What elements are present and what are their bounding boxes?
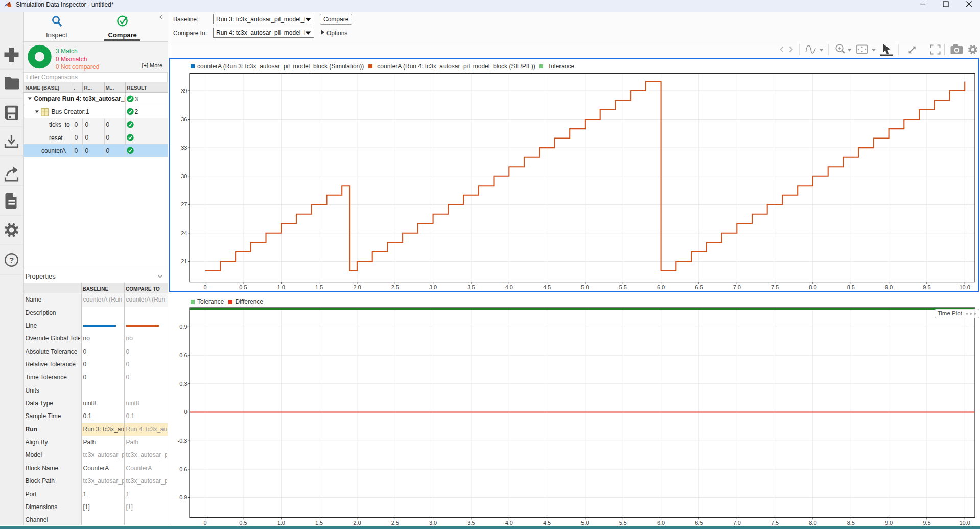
svg-text:9.0: 9.0 [885, 520, 893, 526]
svg-text:0: 0 [184, 409, 187, 415]
svg-text:10.0: 10.0 [959, 520, 970, 526]
svg-text:4.0: 4.0 [505, 520, 513, 526]
svg-text:8.5: 8.5 [847, 520, 855, 526]
svg-text:3.5: 3.5 [467, 520, 475, 526]
svg-text:5.5: 5.5 [619, 520, 627, 526]
svg-text:6.5: 6.5 [695, 520, 703, 526]
svg-text:0.3: 0.3 [179, 381, 187, 387]
svg-text:3.0: 3.0 [429, 520, 437, 526]
svg-text:0.9: 0.9 [179, 324, 187, 330]
svg-text:6.0: 6.0 [657, 520, 665, 526]
svg-text:1.5: 1.5 [315, 520, 323, 526]
svg-text:-0.9: -0.9 [178, 494, 188, 500]
svg-text:2.5: 2.5 [391, 520, 399, 526]
svg-text:0.5: 0.5 [239, 520, 247, 526]
svg-text:-0.6: -0.6 [178, 466, 188, 472]
svg-text:7.0: 7.0 [733, 520, 741, 526]
svg-text:5.0: 5.0 [581, 520, 589, 526]
svg-text:7.5: 7.5 [771, 520, 779, 526]
svg-text:4.5: 4.5 [543, 520, 551, 526]
svg-text:0.6: 0.6 [179, 352, 187, 358]
svg-text:0: 0 [204, 520, 207, 526]
svg-text:2.0: 2.0 [353, 520, 361, 526]
svg-text:1.0: 1.0 [277, 520, 285, 526]
svg-text:8.0: 8.0 [809, 520, 816, 526]
svg-text:-0.3: -0.3 [178, 438, 188, 444]
svg-text:9.5: 9.5 [923, 520, 930, 526]
